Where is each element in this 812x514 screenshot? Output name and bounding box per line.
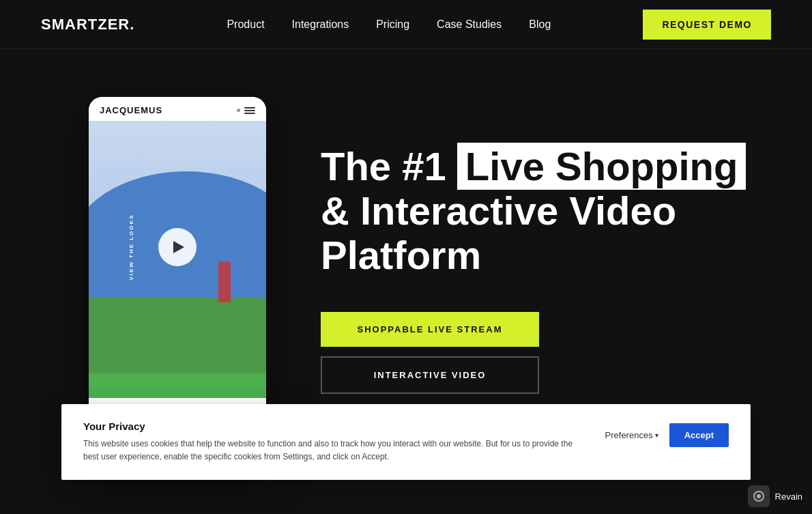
revain-icon: [748, 485, 770, 507]
chevron-down-icon: ▾: [655, 431, 658, 439]
preferences-button[interactable]: Preferences ▾: [605, 430, 658, 440]
preferences-label: Preferences: [605, 430, 653, 440]
nav-pricing[interactable]: Pricing: [376, 18, 409, 30]
hero-heading: The #1 Live Shopping & Interactive Video…: [321, 145, 771, 278]
hero-cta-group: SHOPPABLE LIVE STREAM INTERACTIVE VIDEO: [321, 312, 539, 394]
phone-icons: [237, 107, 255, 114]
accept-button[interactable]: Accept: [669, 423, 729, 447]
scene-green: [89, 298, 266, 373]
play-button[interactable]: [158, 228, 197, 266]
nav-integrations[interactable]: Integrations: [292, 18, 349, 30]
cookie-description: This website uses cookies that help the …: [83, 438, 589, 463]
figure-silhouette: [218, 261, 231, 302]
cookie-banner: Your Privacy This website uses cookies t…: [61, 404, 751, 480]
side-label: VIEW THE LOOKS: [128, 214, 134, 280]
svg-point-1: [757, 494, 761, 498]
navbar: SMARTZER. Product Integrations Pricing C…: [0, 0, 812, 49]
phone-image-area: VIEW THE LOOKS: [89, 121, 266, 373]
cookie-actions: Preferences ▾ Accept: [605, 420, 729, 447]
logo[interactable]: SMARTZER.: [41, 16, 134, 33]
heading-highlight: Live Shopping: [457, 143, 746, 190]
heading-part3: Platform: [321, 233, 481, 277]
phone-footer: [89, 373, 266, 398]
cookie-title: Your Privacy: [83, 420, 589, 432]
phone-header: JACQUEMUS: [89, 97, 266, 121]
nav-product[interactable]: Product: [227, 18, 264, 30]
phone-menu-icon: [244, 107, 255, 114]
nav-links: Product Integrations Pricing Case Studie…: [227, 18, 551, 31]
request-demo-button[interactable]: REQUEST DEMO: [643, 10, 771, 40]
hero-text: The #1 Live Shopping & Interactive Video…: [321, 90, 771, 394]
phone-dot-icon: [237, 109, 240, 112]
cookie-text-area: Your Privacy This website uses cookies t…: [83, 420, 589, 463]
revain-label: Revain: [775, 491, 802, 502]
nav-blog[interactable]: Blog: [529, 18, 551, 30]
revain-badge: Revain: [748, 485, 802, 507]
shoppable-live-stream-button[interactable]: SHOPPABLE LIVE STREAM: [321, 312, 539, 347]
nav-case-studies[interactable]: Case Studies: [437, 18, 502, 30]
heading-part2: & Interactive Video: [321, 188, 676, 233]
play-triangle-icon: [173, 241, 184, 253]
interactive-video-button[interactable]: INTERACTIVE VIDEO: [321, 356, 539, 394]
heading-part1: The #1: [321, 144, 457, 188]
phone-brand-label: JACQUEMUS: [100, 105, 162, 115]
